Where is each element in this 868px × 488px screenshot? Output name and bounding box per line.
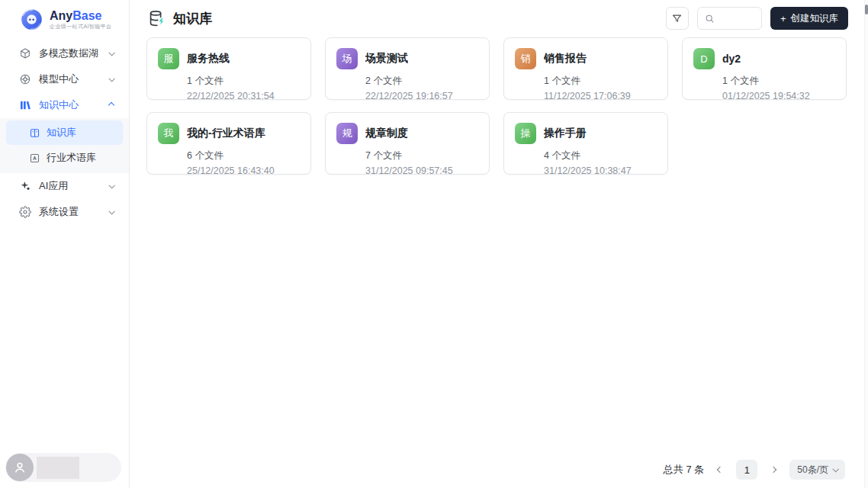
- create-kb-label: 创建知识库: [791, 12, 839, 25]
- chevron-up-icon: [108, 102, 114, 108]
- sidebar-item-label: 系统设置: [39, 205, 79, 219]
- next-page-button[interactable]: [767, 463, 780, 477]
- plus-icon: +: [780, 14, 786, 24]
- kb-card-scenario-test[interactable]: 场场景测试 2 个文件 22/12/2025 19:16:57: [325, 37, 490, 100]
- knowledge-base-book-icon: [29, 127, 40, 139]
- kb-badge: 销: [515, 48, 536, 69]
- page-number[interactable]: 1: [736, 460, 757, 480]
- kb-badge: 服: [158, 48, 179, 69]
- kb-file-count: 4 个文件: [544, 149, 657, 162]
- chevron-down-icon: [108, 182, 114, 188]
- kb-card-regulations[interactable]: 规规章制度 7 个文件 31/12/2025 09:57:45: [325, 112, 490, 175]
- sidebar-item-label: 行业术语库: [47, 151, 96, 165]
- chevron-down-icon: [108, 208, 114, 214]
- kb-card-service-hotline[interactable]: 服服务热线 1 个文件 22/12/2025 20:31:54: [146, 37, 311, 100]
- sidebar-item-model-center[interactable]: 模型中心: [0, 66, 129, 92]
- pagination: 总共 7 条 1 50条/页: [664, 460, 845, 480]
- brand-name-primary: Any: [50, 9, 72, 22]
- kb-title: 操作手册: [544, 127, 587, 140]
- kb-card-grid: 服服务热线 1 个文件 22/12/2025 20:31:54 场场景测试 2 …: [130, 37, 868, 175]
- create-kb-button[interactable]: + 创建知识库: [770, 7, 848, 30]
- user-menu[interactable]: [5, 453, 121, 482]
- kb-badge: 规: [336, 123, 358, 144]
- kb-title: 我的-行业术语库: [187, 127, 265, 140]
- kb-file-count: 7 个文件: [365, 149, 478, 162]
- chevron-down-icon: [108, 50, 114, 56]
- knowledge-center-submenu: 知识库 行业术语库: [0, 118, 129, 173]
- search-icon: [705, 14, 715, 24]
- kb-timestamp: 25/12/2025 16:43:40: [187, 165, 300, 176]
- chevron-down-icon: [108, 75, 114, 82]
- sidebar-item-terminology[interactable]: 行业术语库: [6, 146, 123, 170]
- sidebar: AnyBase 企业级一站式AI智能平台 多模态数据湖 模型中心 知识中心: [0, 0, 130, 488]
- avatar: [6, 454, 34, 481]
- database-lightning-icon: [148, 9, 167, 28]
- sidebar-item-label: 多模态数据湖: [39, 47, 98, 60]
- sidebar-item-label: 模型中心: [39, 72, 79, 86]
- kb-badge: 场: [336, 48, 358, 69]
- kb-badge: 我: [158, 123, 179, 144]
- kb-file-count: 6 个文件: [187, 149, 300, 162]
- kb-file-count: 1 个文件: [722, 75, 835, 88]
- brand-name-secondary: Base: [72, 9, 101, 22]
- kb-badge: 操: [515, 123, 536, 144]
- knowledge-center-books-icon: [19, 99, 31, 111]
- kb-title: 场景测试: [365, 52, 408, 66]
- kb-card-my-terminology[interactable]: 我我的-行业术语库 6 个文件 25/12/2025 16:43:40: [146, 112, 311, 175]
- search-input[interactable]: [719, 13, 754, 24]
- chevron-left-icon: [717, 467, 723, 473]
- filter-funnel-icon: [671, 13, 683, 24]
- kb-title: 规章制度: [365, 127, 408, 140]
- sidebar-item-settings[interactable]: 系统设置: [0, 199, 129, 225]
- kb-card-operation-manual[interactable]: 操操作手册 4 个文件 31/12/2025 10:38:47: [503, 112, 668, 175]
- sidebar-item-ai-apps[interactable]: AI应用: [0, 173, 129, 199]
- kb-card-sales-report[interactable]: 销销售报告 1 个文件 11/12/2025 17:06:39: [503, 37, 668, 100]
- anybase-swirl-logo-icon: [19, 7, 44, 32]
- brand-tagline: 企业级一站式AI智能平台: [50, 23, 111, 30]
- sidebar-item-knowledge-base[interactable]: 知识库: [6, 120, 123, 145]
- kb-title: 服务热线: [187, 52, 230, 66]
- username-redacted: [37, 457, 79, 479]
- person-icon: [12, 460, 27, 475]
- sidebar-item-data-lake[interactable]: 多模态数据湖: [0, 40, 129, 66]
- sidebar-item-label: AI应用: [39, 179, 68, 193]
- filter-button[interactable]: [666, 7, 689, 30]
- scrollbar-track[interactable]: [864, 0, 868, 488]
- kb-badge: D: [693, 48, 715, 69]
- kb-title: dy2: [722, 53, 741, 65]
- terminology-dictionary-icon: [29, 152, 40, 164]
- prev-page-button[interactable]: [713, 463, 727, 477]
- data-lake-cube-icon: [19, 47, 31, 59]
- kb-timestamp: 22/12/2025 20:31:54: [187, 91, 300, 101]
- app-window: AnyBase 企业级一站式AI智能平台 多模态数据湖 模型中心 知识中心: [0, 0, 868, 488]
- kb-timestamp: 22/12/2025 19:16:57: [365, 91, 478, 101]
- settings-gear-icon: [19, 206, 31, 218]
- sidebar-item-knowledge-center[interactable]: 知识中心: [0, 92, 129, 118]
- page-header: 知识库 + 创建知识库: [130, 0, 868, 37]
- kb-timestamp: 01/12/2025 19:54:32: [722, 91, 835, 101]
- pagination-total: 总共 7 条: [664, 463, 704, 477]
- kb-timestamp: 31/12/2025 10:38:47: [544, 165, 657, 176]
- kb-file-count: 1 个文件: [187, 75, 300, 88]
- page-size-select[interactable]: 50条/页: [789, 460, 845, 480]
- page-title: 知识库: [173, 10, 212, 27]
- scrollbar-thumb[interactable]: [865, 5, 868, 14]
- kb-title: 销售报告: [544, 52, 587, 66]
- kb-file-count: 1 个文件: [544, 75, 657, 88]
- sidebar-item-label: 知识中心: [39, 98, 79, 112]
- search-box: [697, 7, 762, 30]
- kb-timestamp: 11/12/2025 17:06:39: [544, 91, 657, 101]
- model-center-icon: [19, 73, 31, 85]
- ai-app-spark-icon: [19, 180, 31, 192]
- sidebar-item-label: 知识库: [47, 126, 76, 140]
- brand-text: AnyBase 企业级一站式AI智能平台: [50, 9, 111, 30]
- chevron-right-icon: [770, 467, 776, 473]
- kb-file-count: 2 个文件: [365, 75, 478, 88]
- brand-logo: AnyBase 企业级一站式AI智能平台: [0, 0, 129, 40]
- sidebar-nav: 多模态数据湖 模型中心 知识中心 知识库 行业术语库: [0, 40, 129, 225]
- chevron-down-icon: [832, 466, 838, 472]
- kb-card-dy2[interactable]: Ddy2 1 个文件 01/12/2025 19:54:32: [682, 37, 847, 100]
- main-content: 知识库 + 创建知识库 服服务热线 1 个文件 22/12/: [130, 0, 868, 488]
- toolbar: + 创建知识库: [666, 7, 848, 30]
- page-size-value: 50条/页: [797, 464, 828, 477]
